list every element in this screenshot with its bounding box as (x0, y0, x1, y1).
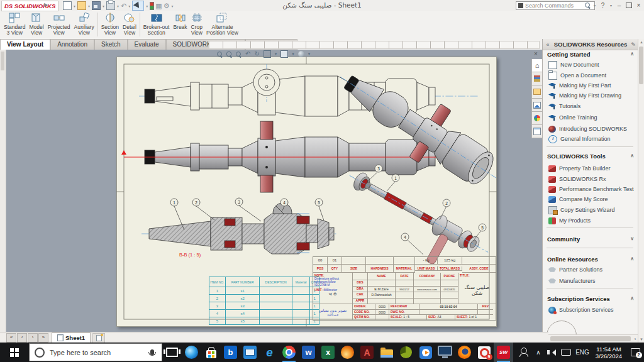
item-compare-my-score[interactable]: Compare My Score (548, 195, 633, 204)
item-open-a-document[interactable]: Open a Document (548, 71, 633, 80)
appearance-icon[interactable] (298, 51, 304, 57)
volume-button[interactable] (545, 343, 558, 362)
view-palette-tab[interactable] (531, 99, 543, 112)
select-tool-button[interactable] (132, 1, 144, 11)
file-explorer-button[interactable] (377, 343, 396, 362)
gear-icon[interactable]: ⚙ (164, 2, 170, 9)
zoom-inout-icon[interactable] (236, 52, 242, 57)
autocad-button[interactable]: A (357, 343, 377, 362)
item-introducing-solidworks[interactable]: Introducing SOLIDWORKS (548, 124, 633, 133)
game-button[interactable] (338, 343, 357, 362)
prev-sheet-icon[interactable]: ‹ (17, 333, 27, 343)
detail-view-button[interactable]: DetailView (121, 11, 138, 39)
minimize-button[interactable]: – (615, 2, 623, 9)
close-document-icon[interactable]: × (531, 50, 540, 58)
partition-tool-button[interactable] (396, 343, 416, 362)
tab-annotation[interactable]: Annotation (50, 39, 94, 50)
start-button[interactable] (0, 343, 29, 362)
previous-view-icon[interactable]: ↶ (245, 50, 250, 58)
item-copy-settings-wizard[interactable]: Copy Settings Wizard (548, 206, 633, 214)
next-sheet-icon[interactable]: › (28, 333, 38, 343)
crop-view-button[interactable]: CropView (189, 11, 204, 39)
vertical-scrollbar[interactable]: ▲ ▼ (638, 39, 644, 343)
view-orientation-icon[interactable] (264, 50, 271, 58)
item-my-products[interactable]: My Products (548, 216, 633, 225)
options-caret-icon[interactable]: ▾ (172, 4, 174, 8)
item-subscription-services[interactable]: Subscription Services (548, 305, 633, 314)
bom-table[interactable]: ITEM NO. PART NUMBER DESCRIPTION Materia… (209, 277, 319, 325)
word-button[interactable]: w (299, 343, 318, 362)
ruler-thumb[interactable] (1, 52, 4, 70)
taskbar-search-box[interactable]: Type here to search (29, 343, 162, 361)
restore-button[interactable] (626, 3, 632, 8)
rotate-view-icon[interactable]: ↻ (254, 50, 259, 58)
item-partner-solutions[interactable]: Partner Solutions (548, 265, 633, 274)
help-caret-icon[interactable]: ▾ (610, 3, 612, 8)
item-making-my-first-part[interactable]: Making My First Part (548, 81, 633, 90)
section-community[interactable]: Community∨ (547, 236, 634, 243)
standard-3-view-button[interactable]: Standard3 View (2, 11, 28, 39)
action-center-button[interactable]: 2 (626, 343, 644, 362)
language-button[interactable]: ENG (574, 343, 591, 362)
firefox-button[interactable] (455, 343, 474, 362)
tab-evaluate[interactable]: Evaluate (128, 39, 166, 50)
appearances-tab[interactable] (531, 112, 543, 125)
first-sheet-icon[interactable]: « (6, 333, 16, 343)
section-online-resources[interactable]: Online Resources∧ (547, 256, 634, 263)
bing-button[interactable]: b (221, 343, 240, 362)
open-caret-icon[interactable]: ▾ (88, 4, 90, 8)
collapse-arrows-icon[interactable]: « (543, 41, 553, 48)
item-manufacturers[interactable]: Manufacturers (548, 277, 633, 285)
save-caret-icon[interactable]: ▾ (103, 4, 104, 8)
design-library-tab[interactable] (531, 72, 543, 85)
appearance-caret-icon[interactable]: ▾ (308, 52, 311, 57)
undo-icon[interactable]: ↶ (121, 2, 126, 9)
last-sheet-icon[interactable]: » (38, 333, 48, 343)
sheet-tab[interactable]: Sheet1 (52, 332, 91, 343)
logo-expand-icon[interactable]: ▶ (44, 2, 48, 8)
item-online-training[interactable]: Online Training (548, 113, 633, 122)
section-view-button[interactable]: SectionView (99, 11, 121, 39)
scrollbar-thumb[interactable] (550, 336, 631, 341)
save-icon[interactable] (92, 1, 101, 10)
break-view-button[interactable]: Break (171, 11, 189, 39)
section-solidworks-tools[interactable]: SOLIDWORKS Tools∧ (547, 153, 634, 160)
item-property-tab-builder[interactable]: Property Tab Builder (548, 164, 633, 173)
excel-button[interactable]: x (318, 343, 338, 362)
tab-sketch[interactable]: Sketch (94, 39, 128, 50)
alternate-position-view-button[interactable]: AlternatePosition View (204, 11, 240, 39)
custom-properties-tab[interactable] (531, 125, 543, 138)
zoom-area-icon[interactable] (226, 51, 232, 57)
new-document-icon[interactable] (63, 1, 72, 10)
scrollbar-thumb[interactable] (639, 47, 643, 84)
task-view-button[interactable] (162, 343, 182, 362)
media-player-button[interactable] (416, 343, 435, 362)
section-subscription-services[interactable]: Subscription Services∧ (547, 295, 634, 302)
internet-explorer-button[interactable]: e (260, 343, 279, 362)
keyboard-button[interactable] (558, 343, 574, 362)
display-style-icon[interactable] (280, 50, 288, 58)
display-style-caret-icon[interactable]: ▾ (292, 52, 294, 57)
scroll-up-icon[interactable]: ▲ (638, 40, 644, 44)
view-orientation-caret-icon[interactable]: ▾ (275, 52, 277, 57)
solidworks-logo[interactable]: DS SOLIDWORKS (1, 1, 58, 11)
item-making-my-first-drawing[interactable]: Making My First Drawing (548, 91, 633, 100)
new-caret-icon[interactable]: ▾ (74, 4, 75, 8)
scroll-down-icon[interactable]: ▼ (638, 337, 644, 341)
mail-button[interactable] (240, 343, 260, 362)
broken-out-section-button[interactable]: Broken-outSection (142, 11, 172, 39)
chrome-button[interactable] (279, 343, 299, 362)
people-button[interactable] (516, 343, 532, 362)
zoom-fit-icon[interactable] (217, 52, 223, 57)
edge-button[interactable] (182, 343, 201, 362)
item-solidworks-rx[interactable]: SOLIDWORKS Rx (548, 175, 633, 184)
close-button[interactable]: × (635, 2, 643, 9)
projected-view-button[interactable]: ProjectedView (46, 11, 72, 39)
performance-icon[interactable] (150, 2, 154, 10)
task-pane-horizontal-scrollbar[interactable]: ‹ › (543, 334, 638, 343)
tab-view-layout[interactable]: View Layout (0, 39, 50, 50)
select-caret-icon[interactable]: ▾ (146, 4, 148, 8)
item-tutorials[interactable]: Tutorials (548, 102, 633, 111)
print-caret-icon[interactable]: ▾ (117, 4, 119, 8)
drawing-sheet[interactable]: 1 2 3 4 5 B-B (1 : 5) (116, 57, 497, 327)
